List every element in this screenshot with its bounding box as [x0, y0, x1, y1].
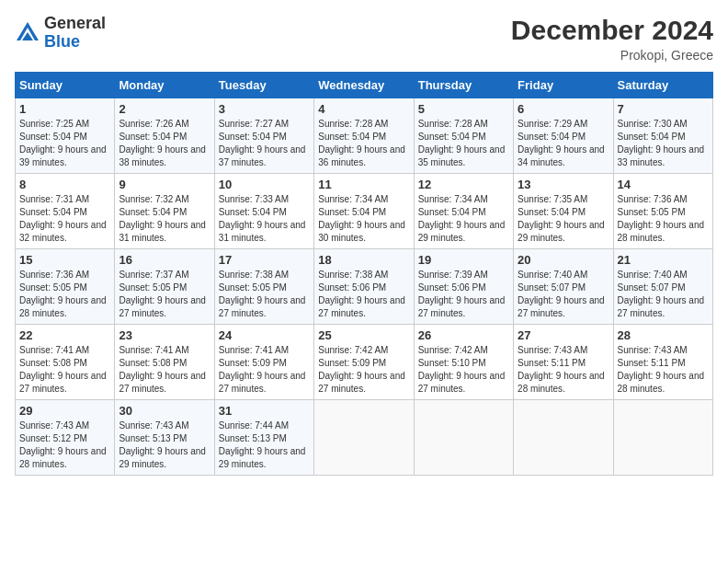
calendar-week-row: 22Sunrise: 7:41 AM Sunset: 5:08 PM Dayli…: [16, 325, 713, 400]
calendar-cell: [314, 400, 414, 476]
day-number: 12: [418, 178, 509, 191]
day-number: 4: [318, 102, 409, 116]
day-number: 29: [19, 404, 110, 418]
day-info: Sunrise: 7:42 AM Sunset: 5:10 PM Dayligh…: [418, 344, 509, 396]
calendar-header: SundayMondayTuesdayWednesdayThursdayFrid…: [16, 73, 713, 98]
calendar-cell: 8Sunrise: 7:31 AM Sunset: 5:04 PM Daylig…: [16, 174, 115, 249]
calendar-cell: 15Sunrise: 7:36 AM Sunset: 5:05 PM Dayli…: [16, 249, 115, 325]
day-info: Sunrise: 7:40 AM Sunset: 5:07 PM Dayligh…: [618, 269, 709, 320]
calendar-cell: 5Sunrise: 7:28 AM Sunset: 5:04 PM Daylig…: [414, 98, 513, 174]
day-info: Sunrise: 7:43 AM Sunset: 5:12 PM Dayligh…: [19, 419, 110, 471]
day-info: Sunrise: 7:35 AM Sunset: 5:04 PM Dayligh…: [518, 193, 609, 245]
day-info: Sunrise: 7:41 AM Sunset: 5:08 PM Dayligh…: [19, 344, 110, 396]
day-number: 28: [618, 328, 709, 342]
day-info: Sunrise: 7:34 AM Sunset: 5:04 PM Dayligh…: [418, 193, 509, 245]
day-info: Sunrise: 7:36 AM Sunset: 5:05 PM Dayligh…: [19, 269, 110, 320]
day-number: 27: [518, 328, 609, 342]
day-number: 5: [418, 102, 509, 116]
day-number: 8: [19, 178, 110, 191]
calendar-cell: 2Sunrise: 7:26 AM Sunset: 5:04 PM Daylig…: [115, 98, 214, 174]
day-info: Sunrise: 7:40 AM Sunset: 5:07 PM Dayligh…: [518, 269, 609, 320]
day-number: 11: [318, 178, 409, 191]
day-info: Sunrise: 7:31 AM Sunset: 5:04 PM Dayligh…: [19, 193, 110, 245]
day-info: Sunrise: 7:27 AM Sunset: 5:04 PM Dayligh…: [219, 118, 310, 169]
calendar-cell: 17Sunrise: 7:38 AM Sunset: 5:05 PM Dayli…: [214, 249, 313, 325]
day-number: 15: [19, 253, 110, 267]
calendar-cell: 18Sunrise: 7:38 AM Sunset: 5:06 PM Dayli…: [314, 249, 414, 325]
calendar-cell: 19Sunrise: 7:39 AM Sunset: 5:06 PM Dayli…: [414, 249, 513, 325]
day-number: 19: [418, 253, 509, 267]
calendar-cell: 23Sunrise: 7:41 AM Sunset: 5:08 PM Dayli…: [115, 325, 214, 400]
day-number: 23: [119, 328, 210, 342]
calendar-cell: [414, 400, 513, 476]
day-info: Sunrise: 7:38 AM Sunset: 5:05 PM Dayligh…: [219, 269, 310, 320]
weekday-header-sunday: Sunday: [16, 73, 115, 98]
location: Prokopi, Greece: [511, 48, 713, 63]
weekday-header-friday: Friday: [514, 73, 613, 98]
day-info: Sunrise: 7:28 AM Sunset: 5:04 PM Dayligh…: [418, 118, 509, 169]
day-number: 14: [618, 178, 709, 191]
calendar-cell: 29Sunrise: 7:43 AM Sunset: 5:12 PM Dayli…: [16, 400, 115, 476]
day-number: 2: [119, 102, 210, 116]
day-info: Sunrise: 7:25 AM Sunset: 5:04 PM Dayligh…: [19, 118, 110, 169]
calendar-cell: 31Sunrise: 7:44 AM Sunset: 5:13 PM Dayli…: [214, 400, 313, 476]
weekday-header-monday: Monday: [115, 73, 214, 98]
day-info: Sunrise: 7:41 AM Sunset: 5:09 PM Dayligh…: [219, 344, 310, 396]
calendar-cell: 20Sunrise: 7:40 AM Sunset: 5:07 PM Dayli…: [514, 249, 613, 325]
day-number: 9: [119, 178, 210, 191]
day-number: 30: [119, 404, 210, 418]
day-info: Sunrise: 7:43 AM Sunset: 5:11 PM Dayligh…: [518, 344, 609, 396]
day-info: Sunrise: 7:34 AM Sunset: 5:04 PM Dayligh…: [318, 193, 409, 245]
calendar-cell: 26Sunrise: 7:42 AM Sunset: 5:10 PM Dayli…: [414, 325, 513, 400]
calendar-cell: 6Sunrise: 7:29 AM Sunset: 5:04 PM Daylig…: [514, 98, 613, 174]
calendar-cell: [613, 400, 712, 476]
calendar-week-row: 29Sunrise: 7:43 AM Sunset: 5:12 PM Dayli…: [16, 400, 713, 476]
day-info: Sunrise: 7:43 AM Sunset: 5:13 PM Dayligh…: [119, 419, 210, 471]
day-number: 24: [219, 328, 310, 342]
calendar-cell: [514, 400, 613, 476]
calendar-body: 1Sunrise: 7:25 AM Sunset: 5:04 PM Daylig…: [16, 98, 713, 476]
calendar-week-row: 1Sunrise: 7:25 AM Sunset: 5:04 PM Daylig…: [16, 98, 713, 174]
day-number: 1: [19, 102, 110, 116]
day-info: Sunrise: 7:41 AM Sunset: 5:08 PM Dayligh…: [119, 344, 210, 396]
weekday-header-tuesday: Tuesday: [214, 73, 313, 98]
day-number: 20: [518, 253, 609, 267]
calendar-cell: 28Sunrise: 7:43 AM Sunset: 5:11 PM Dayli…: [613, 325, 712, 400]
calendar-cell: 22Sunrise: 7:41 AM Sunset: 5:08 PM Dayli…: [16, 325, 115, 400]
day-info: Sunrise: 7:44 AM Sunset: 5:13 PM Dayligh…: [219, 419, 310, 471]
calendar-cell: 12Sunrise: 7:34 AM Sunset: 5:04 PM Dayli…: [414, 174, 513, 249]
day-number: 6: [518, 102, 609, 116]
day-info: Sunrise: 7:36 AM Sunset: 5:05 PM Dayligh…: [618, 193, 709, 245]
weekday-header-saturday: Saturday: [613, 73, 712, 98]
day-info: Sunrise: 7:26 AM Sunset: 5:04 PM Dayligh…: [119, 118, 210, 169]
header: General Blue December 2024 Prokopi, Gree…: [15, 15, 713, 63]
calendar-cell: 13Sunrise: 7:35 AM Sunset: 5:04 PM Dayli…: [514, 174, 613, 249]
day-number: 22: [19, 328, 110, 342]
calendar-cell: 11Sunrise: 7:34 AM Sunset: 5:04 PM Dayli…: [314, 174, 414, 249]
day-number: 26: [418, 328, 509, 342]
day-info: Sunrise: 7:32 AM Sunset: 5:04 PM Dayligh…: [119, 193, 210, 245]
day-number: 16: [119, 253, 210, 267]
day-number: 17: [219, 253, 310, 267]
logo-text: General Blue: [44, 15, 106, 52]
weekday-header-row: SundayMondayTuesdayWednesdayThursdayFrid…: [16, 73, 713, 98]
day-number: 13: [518, 178, 609, 191]
day-info: Sunrise: 7:33 AM Sunset: 5:04 PM Dayligh…: [219, 193, 310, 245]
calendar-week-row: 8Sunrise: 7:31 AM Sunset: 5:04 PM Daylig…: [16, 174, 713, 249]
calendar-cell: 16Sunrise: 7:37 AM Sunset: 5:05 PM Dayli…: [115, 249, 214, 325]
day-info: Sunrise: 7:30 AM Sunset: 5:04 PM Dayligh…: [618, 118, 709, 169]
calendar-cell: 1Sunrise: 7:25 AM Sunset: 5:04 PM Daylig…: [16, 98, 115, 174]
calendar-cell: 10Sunrise: 7:33 AM Sunset: 5:04 PM Dayli…: [214, 174, 313, 249]
logo-blue: Blue: [44, 32, 80, 51]
day-info: Sunrise: 7:37 AM Sunset: 5:05 PM Dayligh…: [119, 269, 210, 320]
day-number: 7: [618, 102, 709, 116]
logo-icon: [15, 20, 40, 46]
calendar-cell: 3Sunrise: 7:27 AM Sunset: 5:04 PM Daylig…: [214, 98, 313, 174]
day-number: 21: [618, 253, 709, 267]
day-info: Sunrise: 7:39 AM Sunset: 5:06 PM Dayligh…: [418, 269, 509, 320]
calendar-cell: 25Sunrise: 7:42 AM Sunset: 5:09 PM Dayli…: [314, 325, 414, 400]
title-block: December 2024 Prokopi, Greece: [511, 15, 713, 63]
calendar-table: SundayMondayTuesdayWednesdayThursdayFrid…: [15, 72, 713, 476]
calendar-cell: 4Sunrise: 7:28 AM Sunset: 5:04 PM Daylig…: [314, 98, 414, 174]
day-info: Sunrise: 7:29 AM Sunset: 5:04 PM Dayligh…: [518, 118, 609, 169]
